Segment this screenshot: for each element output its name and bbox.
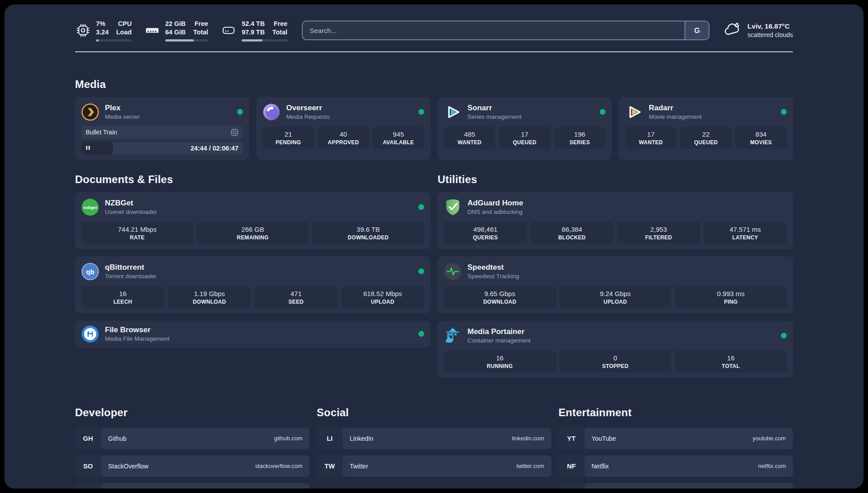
service-text: OverseerrMedia Requests [286,104,330,121]
service-text: SpeedtestSpeedtest Tracking [467,263,519,280]
nzbget-icon: nzbget [81,198,99,216]
bookmark-abbr: SO [75,455,101,477]
stat-tile-value: 17 [627,130,675,138]
service-card-speedtest[interactable]: SpeedtestSpeedtest Tracking9.65 GbpsDOWN… [438,256,793,313]
card-header: qbqBittorrentTorrent downloader [81,262,424,281]
bookmark-linkedin[interactable]: LILinkedInlinkedin.com [317,428,551,449]
speedtest-icon [444,263,462,280]
bookmark-dev[interactable]: DTDEVdev.to [75,483,309,489]
camera-icon [231,129,238,136]
bookmark-url: stackoverflow.com [255,463,302,469]
stat-tiles: 498,461QUERIES86,384BLOCKED2,953FILTERED… [444,222,787,244]
stat-tile-label: DOWNLOADED [314,234,422,241]
service-description: Media Requests [286,113,330,120]
service-card-sonarr[interactable]: SonarrSeries management485WANTED17QUEUED… [438,97,612,160]
service-card-file-browser[interactable]: File BrowserMedia File Management [75,321,430,347]
card-header: PlexMedia server [81,102,243,122]
weather-location-temp: Lviv, 16.87°C [747,22,793,31]
bookmark-github[interactable]: GHGithubgithub.com [75,428,309,449]
stat-rows: 7%3.24CPULoad [96,20,132,37]
stat-tile-label: UPLOAD [343,299,422,305]
stat-tile-value: 0 [561,354,670,362]
stat-tile-approved: 40APPROVED [317,127,369,149]
bookmark-twitter[interactable]: TWTwittertwitter.com [317,455,551,477]
stat-tile-value: 39.6 TB [314,226,422,233]
stat-tile-label: QUERIES [446,234,525,241]
bookmark-group-entertainment: EntertainmentYTYouTubeyoutube.comNFNetfl… [559,406,793,489]
stat-tiles: 16LEECH1.19 GbpsDOWNLOAD471SEED618.52 Mb… [81,286,424,308]
stat-tile-available: 945AVAILABLE [373,127,424,149]
qbittorrent-icon: qb [81,263,99,280]
bookmark-group-social: SocialLILinkedInlinkedin.comTWTwittertwi… [317,406,551,489]
section-title-developer: Developer [75,406,309,419]
bookmark-group-developer: DeveloperGHGithubgithub.comSOStackOverfl… [75,406,309,489]
service-name: qBittorrent [105,263,157,272]
bookmark-reddit[interactable]: RERedditreddit.com [559,483,793,489]
bookmark-url: youtube.com [753,435,786,442]
service-card-overseerr[interactable]: OverseerrMedia Requests21PENDING40APPROV… [256,97,430,160]
bookmark-abbr: RE [559,483,584,489]
stat-tile-label: STOPPED [561,363,670,369]
stat-tile-label: QUEUED [682,139,730,146]
pause-icon[interactable] [85,144,91,152]
adguard-icon [444,198,462,216]
stat-tile-label: BLOCKED [532,234,612,241]
header-bar: 7%3.24CPULoad22 GiB64 GiBFreeTotal52.4 T… [75,20,793,42]
search-input[interactable] [303,21,685,39]
bookmark-stackoverflow[interactable]: SOStackOverflowstackoverflow.com [75,455,309,477]
stat-tile-label: FILTERED [619,234,698,241]
service-card-adguard-home[interactable]: AdGuard HomeDNS and adblocking498,461QUE… [438,192,793,249]
stat-values: 7%3.24 [96,20,108,37]
bookmark-abbr: NF [559,455,584,477]
service-card-media-portainer[interactable]: Media PortainerContainer management16RUN… [438,321,793,378]
service-name: Plex [105,104,140,113]
stat-tile-filtered: 2,953FILTERED [617,222,700,244]
stat-tile-label: RATE [83,234,192,241]
stat-tiles: 21PENDING40APPROVED945AVAILABLE [263,127,424,149]
status-online-dot [237,109,243,115]
bookmark-name: LinkedIn [350,435,373,442]
stat-rows: 22 GiB64 GiBFreeTotal [165,20,209,37]
bookmark-name: Twitter [350,463,368,470]
bookmark-youtube[interactable]: YTYouTubeyoutube.com [559,428,793,449]
bookmark-bar: Netflixnetflix.com [584,455,793,477]
section-title-media: Media [75,78,793,91]
section-title-utilities: Utilities [438,173,793,186]
service-description: Media File Management [105,335,170,342]
card-header: Media PortainerContainer management [444,326,787,346]
stat-tile-wanted: 17WANTED [625,127,676,149]
system-stat-cpu: 7%3.24CPULoad [75,20,132,42]
overseerr-icon [263,103,280,121]
service-card-plex[interactable]: PlexMedia serverBullet Train24:44 / 02:0… [75,97,249,160]
stat-tile-value: 945 [375,130,422,138]
card-header: nzbgetNZBGetUsenet downloader [81,197,424,217]
header-divider [75,51,793,52]
service-name: Media Portainer [467,327,530,336]
sonarr-icon [444,103,462,121]
bookmark-netflix[interactable]: NFNetflixnetflix.com [559,455,793,477]
filebrowser-icon [81,325,99,343]
stat-labels: FreeTotal [193,20,209,37]
stat-label-bottom: Total [193,28,209,37]
stat-tile-label: TOTAL [676,363,785,369]
service-name: Radarr [649,104,702,113]
system-stat-disk: 52.4 TB97.9 TBFreeTotal [221,20,287,42]
service-name: Sonarr [467,104,522,113]
search-provider-button[interactable]: G [684,21,709,39]
status-online-dot [418,109,424,115]
service-card-nzbget[interactable]: nzbgetNZBGetUsenet downloader744.21 Mbps… [75,192,430,249]
service-card-radarr[interactable]: RadarrMovie management17WANTED22QUEUED83… [619,97,793,160]
stat-tile-value: 485 [446,130,493,138]
stat-tile-ping: 0.993 msPING [675,286,787,308]
playback-progress-bar[interactable]: 24:44 / 02:06:47 [81,142,243,155]
stat-tiles: 744.21 MbpsRATE266 GBREMAINING39.6 TBDOW… [81,222,424,244]
bookmark-url: netflix.com [758,463,786,469]
bookmark-abbr: LI [317,428,342,449]
bookmark-bar: LinkedInlinkedin.com [342,428,551,449]
stat-tile-label: APPROVED [319,139,367,146]
service-card-qbittorrent[interactable]: qbqBittorrentTorrent downloader16LEECH1.… [75,256,430,313]
stat-tile-value: 1.19 Gbps [170,290,249,297]
radarr-icon [625,103,643,121]
stat-tile-latency: 47.571 msLATENCY [704,222,787,244]
stat-values: 52.4 TB97.9 TB [242,20,265,37]
